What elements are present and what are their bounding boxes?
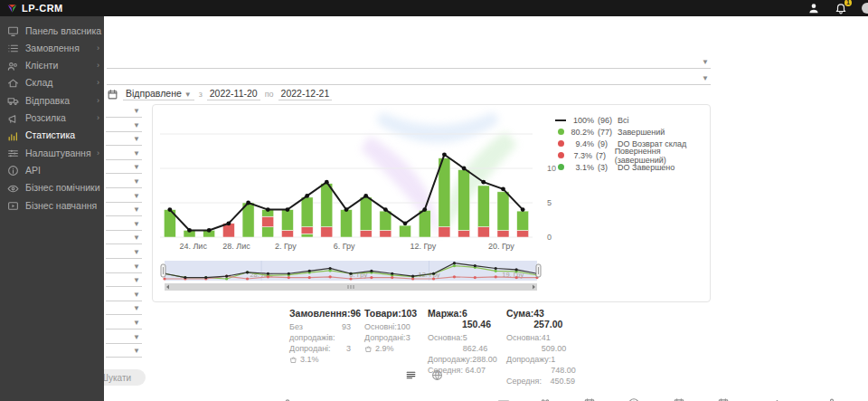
left-filter-select[interactable]: ▼	[106, 177, 142, 188]
notification-badge: 1	[844, 0, 852, 6]
summary-row-label: Без допродажів:	[289, 321, 342, 343]
chartbars-icon	[7, 129, 19, 141]
globe-icon[interactable]	[431, 368, 443, 380]
left-filter-select[interactable]: ▼	[106, 192, 142, 203]
avatar[interactable]	[862, 3, 868, 14]
left-filter-select[interactable]: ▼	[106, 276, 142, 287]
megaphone-icon	[7, 112, 19, 124]
sidebar-item-label: Налаштування	[25, 148, 91, 158]
sidebar-item-info[interactable]: API	[0, 161, 104, 178]
view-toggle-icons	[405, 368, 443, 380]
chart-range-navigator[interactable]: 28. Лис6. Гру12. Гру19. Гру	[156, 261, 545, 297]
summary-row-label: Середня:	[506, 376, 542, 387]
summary-title: Товари:	[364, 308, 401, 319]
summary-row-value: 5 862.46	[463, 332, 488, 354]
date-from-input[interactable]: 2022-11-20	[207, 88, 260, 100]
left-filter-select[interactable]: ▼	[106, 234, 142, 244]
left-filter-select[interactable]: ▼	[106, 205, 142, 216]
calendar-icon[interactable]	[673, 397, 685, 401]
date-type-select[interactable]: Відправлене ▼	[123, 88, 194, 100]
chevron-down-icon: ▼	[702, 58, 709, 66]
brand-name: LP-CRM	[22, 3, 63, 14]
banknote-icon[interactable]	[497, 397, 510, 401]
bag-icon[interactable]	[281, 397, 294, 401]
left-filter-select[interactable]: ▼	[106, 333, 142, 344]
sidebar-item-eye[interactable]: Бізнес помічники	[0, 179, 104, 196]
svg-text:28. Лис: 28. Лис	[222, 242, 250, 251]
left-filter-select[interactable]: ▼	[106, 107, 142, 118]
person-icon[interactable]	[826, 397, 838, 401]
sidebar-item-list[interactable]: Замовлення›	[0, 39, 104, 56]
sidebar-item-truck[interactable]: Відправка›	[0, 91, 104, 109]
table-view-icon[interactable]	[405, 368, 417, 380]
summary-group: Замовлення:96Без допродажів:93Допродані:…	[289, 308, 351, 365]
user-icon[interactable]	[807, 2, 820, 14]
summary-value: 43 257.00	[533, 308, 575, 329]
dot-swatch	[558, 164, 564, 170]
left-filter-select[interactable]: ▼	[106, 220, 142, 231]
legend-label: Всі	[618, 116, 629, 125]
legend-item[interactable]: 100%(96)Всі	[554, 114, 708, 126]
to-prefix-label: по	[265, 90, 274, 99]
users-icon	[7, 60, 19, 72]
left-filter-select[interactable]: ▼	[106, 121, 142, 132]
list-icon	[7, 42, 19, 53]
sidebar-item-video[interactable]: Бізнес навчання	[0, 196, 104, 214]
legend-item[interactable]: 7.3%(7)Повернення (завершений)	[554, 149, 708, 161]
legend-item[interactable]: 80.2%(77)Завершений	[554, 126, 708, 138]
sidebar: Панель власникаЗамовлення›Клієнти›Склад›…	[0, 16, 104, 401]
chevron-down-icon: ▼	[133, 163, 140, 171]
summary-title: Сума:	[506, 308, 533, 329]
top-filter-select-2[interactable]: ▼	[107, 73, 711, 85]
left-filter-select[interactable]: ▼	[106, 135, 142, 146]
sliders-icon	[7, 147, 19, 158]
chevron-right-icon: ›	[97, 148, 99, 158]
summary-title: Замовлення:	[289, 308, 350, 319]
summary-row-value: 3	[406, 332, 410, 343]
calendar-icon	[107, 89, 118, 100]
svg-text:5: 5	[547, 198, 552, 207]
sidebar-item-label: Відправка	[25, 95, 70, 106]
sidebar-item-sliders[interactable]: Налаштування›	[0, 144, 104, 161]
gift-icon[interactable]	[539, 397, 552, 401]
sidebar-item-home[interactable]: Склад›	[0, 74, 104, 91]
summary-title: Маржа:	[428, 308, 462, 329]
chevron-down-icon: ▼	[133, 205, 140, 214]
summary-row-value: 288.00	[472, 354, 497, 365]
sidebar-item-users[interactable]: Клієнти›	[0, 57, 104, 74]
chartline-icon[interactable]	[767, 397, 779, 401]
date-to-input[interactable]: 2022-12-21	[278, 88, 333, 100]
brand[interactable]: LP-CRM	[0, 3, 63, 14]
dot-swatch	[558, 129, 564, 135]
legend-percent: 80.2%	[567, 128, 594, 137]
chevron-down-icon: ▼	[133, 177, 140, 186]
summary-row-value: 1 748.00	[551, 354, 576, 376]
summary-row-label: Допродані:	[364, 332, 406, 343]
clock-icon[interactable]	[627, 397, 640, 401]
summary-row-value: 93	[342, 321, 351, 343]
left-filter-select[interactable]: ▼	[106, 347, 142, 358]
svg-text:24. Лис: 24. Лис	[179, 242, 207, 251]
left-filter-select[interactable]: ▼	[106, 263, 142, 273]
calarrow-icon[interactable]	[717, 397, 730, 401]
summary-row-label: Допродажу:	[428, 354, 472, 365]
summary-row-label: Допродані:	[289, 343, 331, 354]
sidebar-item-megaphone[interactable]: Розсилка›	[0, 110, 104, 127]
chevron-down-icon: ▼	[133, 291, 140, 299]
topbar: LP-CRM 1	[0, 0, 868, 16]
sidebar-item-monitor[interactable]: Панель власника	[0, 22, 104, 39]
left-filter-select[interactable]: ▼	[106, 149, 142, 160]
left-filter-select[interactable]: ▼	[106, 319, 142, 329]
sidebar-item-chartbars[interactable]: Статистика	[0, 127, 104, 144]
top-filter-select-1[interactable]: ▼	[107, 57, 711, 69]
left-filter-select[interactable]: ▼	[106, 248, 142, 259]
sidebar-item-label: Розсилка	[25, 112, 66, 123]
chevron-down-icon: ▼	[184, 91, 192, 99]
bell-icon[interactable]: 1	[835, 2, 847, 14]
chevron-right-icon: ›	[97, 43, 99, 53]
left-filter-select[interactable]: ▼	[106, 163, 142, 174]
calnum-icon[interactable]: 12	[583, 397, 596, 401]
chevron-down-icon: ▼	[133, 263, 140, 271]
left-filter-select[interactable]: ▼	[106, 304, 142, 315]
left-filter-select[interactable]: ▼	[106, 291, 142, 301]
